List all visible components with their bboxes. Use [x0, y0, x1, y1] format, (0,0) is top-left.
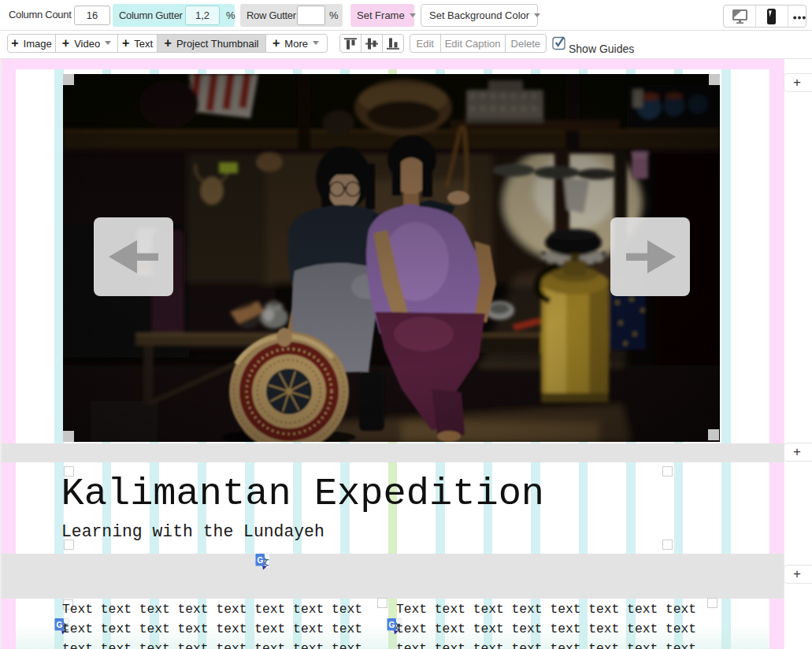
- svg-text:G: G: [388, 621, 395, 629]
- svg-text:G: G: [257, 556, 263, 565]
